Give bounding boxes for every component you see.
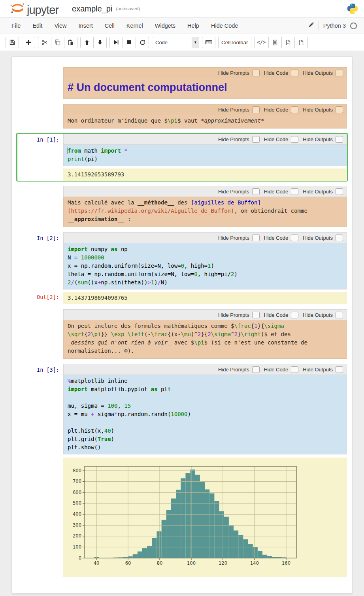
hide-prompts-checkbox[interactable] xyxy=(252,312,260,318)
cell-toolbar-strip: Hide PromptsHide CodeHide Outputs xyxy=(63,309,347,320)
cell-type-select[interactable]: Code ▼ xyxy=(152,37,199,48)
markdown-editor[interactable]: On peut inclure des formules mathématiqu… xyxy=(63,320,347,359)
code-line: plt.show() xyxy=(68,443,343,452)
select-dropdown-arrow-icon: ▼ xyxy=(192,37,199,48)
cell-toolbar-strip: Hide PromptsHide CodeHide Outputs xyxy=(63,67,347,78)
hide-outputs-checkbox[interactable] xyxy=(336,235,343,241)
notebook-cell-1[interactable]: Hide PromptsHide CodeHide Outputs# Un do… xyxy=(16,66,348,100)
code-line: print(pi) xyxy=(68,155,343,163)
notebook-cell-5[interactable]: In [2]:Hide PromptsHide CodeHide Outputs… xyxy=(16,231,348,305)
command-palette-button[interactable] xyxy=(202,37,215,48)
input-prompt xyxy=(17,309,63,359)
hide-code-checkbox[interactable] xyxy=(291,366,298,373)
code-line: On peut inclure des formules mathématiqu… xyxy=(68,322,343,330)
code-editor[interactable]: import numpy as npN = 1000000x = np.rand… xyxy=(63,243,347,289)
restart-kernel-button[interactable] xyxy=(136,37,149,48)
paste-cell-button[interactable] xyxy=(64,37,77,48)
menu-item-kernel[interactable]: Kernel xyxy=(121,23,149,29)
hide-prompts-label: Hide Prompts xyxy=(218,136,249,142)
export-html-button[interactable] xyxy=(268,37,282,48)
menu-item-file[interactable]: File xyxy=(6,23,26,29)
svg-text:600: 600 xyxy=(73,490,81,495)
cell-output-area: 0100200300400500600700800406080100120140… xyxy=(63,454,347,577)
celltoolbar-button[interactable]: CellToolbar xyxy=(218,37,251,48)
menu-item-cell[interactable]: Cell xyxy=(99,23,121,29)
hide-outputs-label: Hide Outputs xyxy=(303,136,333,142)
hide-outputs-checkbox[interactable] xyxy=(336,188,343,195)
code-line: \sqrt{2\pi}} \exp \left(-\frac{(x-\mu)^2… xyxy=(68,330,343,339)
markdown-editor[interactable]: Mon ordinateur m'indique que $\pi$ vaut … xyxy=(63,115,347,129)
cut-cell-button[interactable] xyxy=(38,37,51,48)
menu-item-hide-code[interactable]: Hide Code xyxy=(205,23,244,29)
hide-code-checkbox[interactable] xyxy=(291,188,298,195)
code-line: x = mu + sigma*np.random.randn(10000) xyxy=(68,410,343,418)
move-cell-up-button[interactable] xyxy=(80,37,94,48)
markdown-editor[interactable]: Mais calculé avec la __méthode__ des [ai… xyxy=(63,197,347,227)
run-cell-button[interactable] xyxy=(109,37,123,48)
hide-prompts-checkbox[interactable] xyxy=(252,235,260,241)
hide-outputs-checkbox[interactable] xyxy=(336,366,343,373)
new-notebook-button[interactable] xyxy=(294,37,308,48)
hide-code-checkbox[interactable] xyxy=(291,136,298,143)
cell-toolbar-strip: Hide PromptsHide CodeHide Outputs xyxy=(63,364,347,375)
cell-output-row: 3.141592653589793 xyxy=(17,166,347,181)
python-logo-icon xyxy=(347,3,358,16)
jupyter-logo[interactable]: jupyter xyxy=(9,2,58,16)
menu-item-help[interactable]: Help xyxy=(181,23,205,29)
menu-item-widgets[interactable]: Widgets xyxy=(149,23,181,29)
arrow-up-icon xyxy=(84,40,90,45)
menu-item-edit[interactable]: Edit xyxy=(26,23,48,29)
cell-input-row: Hide PromptsHide CodeHide OutputsMais ca… xyxy=(17,186,347,227)
menu-item-insert[interactable]: Insert xyxy=(73,23,99,29)
hide-code-checkbox[interactable] xyxy=(291,235,298,241)
cell-input-area: Hide PromptsHide CodeHide Outputsimport … xyxy=(63,232,347,289)
markdown-editor[interactable]: # Un document computationnel xyxy=(63,78,347,99)
notebook-scroll-area[interactable]: Hide PromptsHide CodeHide Outputs# Un do… xyxy=(0,51,364,596)
code-line: (https://fr.wikipedia.org/wiki/Aiguille_… xyxy=(68,207,343,215)
toggle-code-button[interactable]: </> xyxy=(254,37,269,48)
histogram-figure: 0100200300400500600700800406080100120140… xyxy=(66,462,303,570)
hide-code-checkbox[interactable] xyxy=(291,106,298,113)
hide-prompts-checkbox[interactable] xyxy=(252,106,260,113)
cell-type-value: Code xyxy=(152,37,192,48)
output-prompt xyxy=(17,166,63,181)
hide-prompts-checkbox[interactable] xyxy=(252,70,260,76)
hide-prompts-checkbox[interactable] xyxy=(252,188,260,195)
svg-text:40: 40 xyxy=(94,560,100,566)
hide-code-checkbox[interactable] xyxy=(291,312,298,318)
hide-prompts-checkbox[interactable] xyxy=(252,366,260,373)
hide-outputs-checkbox[interactable] xyxy=(336,312,343,318)
hide-outputs-checkbox[interactable] xyxy=(336,136,343,143)
notebook-cell-4[interactable]: Hide PromptsHide CodeHide OutputsMais ca… xyxy=(16,185,348,228)
hide-prompts-checkbox[interactable] xyxy=(252,136,260,143)
menu-item-view[interactable]: View xyxy=(48,23,72,29)
save-button[interactable] xyxy=(6,37,19,48)
save-icon xyxy=(9,39,15,45)
add-cell-button[interactable] xyxy=(22,37,35,48)
hide-outputs-label: Hide Outputs xyxy=(303,70,333,76)
copy-cell-button[interactable] xyxy=(51,37,64,48)
hide-outputs-checkbox[interactable] xyxy=(336,106,343,113)
cell-input-area: Hide PromptsHide CodeHide Outputsfrom ma… xyxy=(63,134,347,166)
notebook-title[interactable]: example_pi xyxy=(72,4,112,13)
svg-text:800: 800 xyxy=(73,468,81,473)
notebook-cell-7[interactable]: In [3]:Hide PromptsHide CodeHide Outputs… xyxy=(16,363,348,578)
code-editor[interactable]: from math import *print(pi) xyxy=(63,145,347,166)
hide-outputs-label: Hide Outputs xyxy=(303,189,333,195)
doc-text-icon xyxy=(272,40,278,45)
hide-code-checkbox[interactable] xyxy=(291,70,298,76)
cell-input-area: Hide PromptsHide CodeHide OutputsOn peut… xyxy=(63,309,347,359)
cell-input-area: Hide PromptsHide CodeHide OutputsMais ca… xyxy=(63,186,347,227)
code-editor[interactable]: %matplotlib inlineimport matplotlib.pypl… xyxy=(63,375,347,454)
code-line: plt.grid(True) xyxy=(68,435,343,443)
code-line: plt.hist(x,40) xyxy=(68,427,343,435)
notebook-cell-2[interactable]: Hide PromptsHide CodeHide OutputsMon ord… xyxy=(16,103,348,129)
notebook-cell-3[interactable]: In [1]:Hide PromptsHide CodeHide Outputs… xyxy=(16,133,348,182)
interrupt-kernel-button[interactable] xyxy=(123,37,136,48)
hide-outputs-checkbox[interactable] xyxy=(336,70,343,76)
move-cell-down-button[interactable] xyxy=(93,37,107,48)
cell-input-row: In [3]:Hide PromptsHide CodeHide Outputs… xyxy=(17,364,347,454)
export-pdf-button[interactable] xyxy=(281,37,295,48)
notebook-page: Hide PromptsHide CodeHide Outputs# Un do… xyxy=(12,57,352,594)
notebook-cell-6[interactable]: Hide PromptsHide CodeHide OutputsOn peut… xyxy=(16,308,348,359)
